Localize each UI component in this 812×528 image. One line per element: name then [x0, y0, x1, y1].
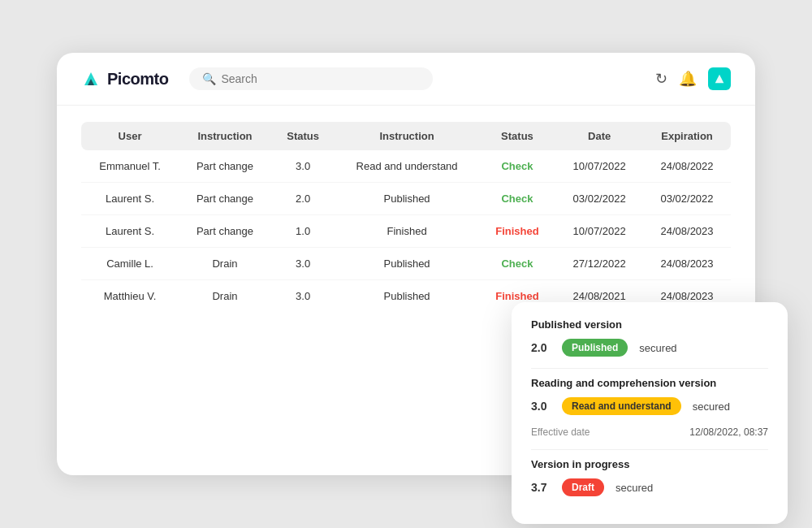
table-row: Laurent S. Part change 1.0 Finished Fini… [81, 215, 731, 248]
cell-instruction2: Published [335, 280, 478, 313]
draft-badge: Draft [562, 478, 604, 496]
table-body: Emmanuel T. Part change 3.0 Read and und… [81, 150, 731, 312]
cell-user: Emmanuel T. [81, 150, 179, 183]
popup-row-3: 3.7 Draft secured [531, 478, 768, 496]
popup-secured-1: secured [639, 342, 676, 354]
popup-section1-title: Published version [531, 318, 768, 331]
popup-section3-title: Version in progress [531, 458, 768, 470]
search-input[interactable] [221, 72, 420, 85]
cell-instruction2: Finished [335, 215, 478, 248]
cell-instruction2: Read and understand [335, 150, 478, 183]
cell-instruction1: Part change [179, 183, 271, 215]
main-table: User Instruction Status Instruction Stat… [81, 122, 731, 312]
cell-version1: 3.0 [271, 248, 335, 280]
cell-date: 10/07/2022 [555, 215, 643, 248]
status-label: Check [501, 193, 533, 205]
popup-secured-2: secured [693, 400, 730, 413]
col-date: Date [555, 122, 643, 150]
published-badge: Published [562, 339, 628, 357]
popup-version-1: 2.0 [531, 341, 554, 354]
popup-effective-row: Effective date 12/08/2022, 08:37 [531, 426, 768, 438]
cell-user: Laurent S. [81, 183, 179, 215]
status-label: Finished [495, 290, 538, 302]
effective-date: 12/08/2022, 08:37 [689, 426, 768, 438]
cell-user: Camille L. [81, 248, 179, 280]
popup-row-1: 2.0 Published secured [531, 339, 768, 357]
cell-instruction1: Drain [179, 280, 271, 313]
logo: Picomto [81, 69, 168, 89]
popup-separator-1 [531, 368, 768, 369]
table-row: Laurent S. Part change 2.0 Published Che… [81, 183, 731, 215]
cell-status: Finished [479, 215, 555, 248]
navbar: Picomto 🔍 ↻ 🔔 [57, 53, 755, 106]
brand-icon [708, 67, 731, 90]
popup-separator-2 [531, 449, 768, 450]
cell-version1: 3.0 [271, 280, 335, 313]
status-label: Check [501, 160, 533, 172]
effective-label: Effective date [531, 426, 590, 438]
cell-user: Laurent S. [81, 215, 179, 248]
popup-section2-title: Reading and comprehension version [531, 377, 768, 389]
main-card: Picomto 🔍 ↻ 🔔 User Instruction Status [57, 53, 755, 475]
table-row: Camille L. Drain 3.0 Published Check 27/… [81, 248, 731, 280]
popup-card: Published version 2.0 Published secured … [512, 302, 788, 524]
status-label: Check [501, 258, 533, 270]
cell-instruction2: Published [335, 248, 478, 280]
col-status1: Status [271, 122, 335, 150]
cell-version1: 2.0 [271, 183, 335, 215]
col-status2: Status [479, 122, 555, 150]
cell-instruction1: Drain [179, 248, 271, 280]
cell-instruction2: Published [335, 183, 478, 215]
col-instruction2: Instruction [335, 122, 478, 150]
cell-expiration: 03/02/2022 [643, 183, 731, 215]
popup-secured-3: secured [615, 482, 653, 494]
read-understand-badge: Read and understand [562, 397, 681, 415]
cell-date: 10/07/2022 [555, 150, 643, 183]
logo-text: Picomto [107, 70, 168, 89]
cell-expiration: 24/08/2023 [643, 248, 731, 280]
col-expiration: Expiration [643, 122, 731, 150]
col-user: User [81, 122, 179, 150]
table-header: User Instruction Status Instruction Stat… [81, 122, 731, 150]
cell-date: 03/02/2022 [555, 183, 643, 215]
cell-status: Check [479, 248, 555, 280]
cell-date: 27/12/2022 [555, 248, 643, 280]
table-container: User Instruction Status Instruction Stat… [57, 106, 755, 328]
popup-row-2: 3.0 Read and understand secured [531, 397, 768, 415]
search-bar[interactable]: 🔍 [189, 67, 433, 90]
nav-icons: ↻ 🔔 [655, 67, 731, 90]
cell-user: Matthieu V. [81, 280, 179, 313]
cell-expiration: 24/08/2023 [643, 215, 731, 248]
search-icon: 🔍 [202, 72, 216, 85]
cell-status: Check [479, 183, 555, 215]
refresh-icon[interactable]: ↻ [655, 70, 667, 88]
cell-status: Check [479, 150, 555, 183]
logo-icon [81, 69, 101, 89]
cell-version1: 1.0 [271, 215, 335, 248]
cell-instruction1: Part change [179, 215, 271, 248]
cell-expiration: 24/08/2022 [643, 150, 731, 183]
popup-version-2: 3.0 [531, 400, 554, 413]
col-instruction1: Instruction [179, 122, 271, 150]
popup-version-3: 3.7 [531, 481, 554, 494]
svg-marker-2 [715, 75, 724, 84]
cell-version1: 3.0 [271, 150, 335, 183]
cell-instruction1: Part change [179, 150, 271, 183]
table-row: Emmanuel T. Part change 3.0 Read and und… [81, 150, 731, 183]
status-label: Finished [495, 225, 538, 237]
bell-icon[interactable]: 🔔 [679, 70, 697, 88]
